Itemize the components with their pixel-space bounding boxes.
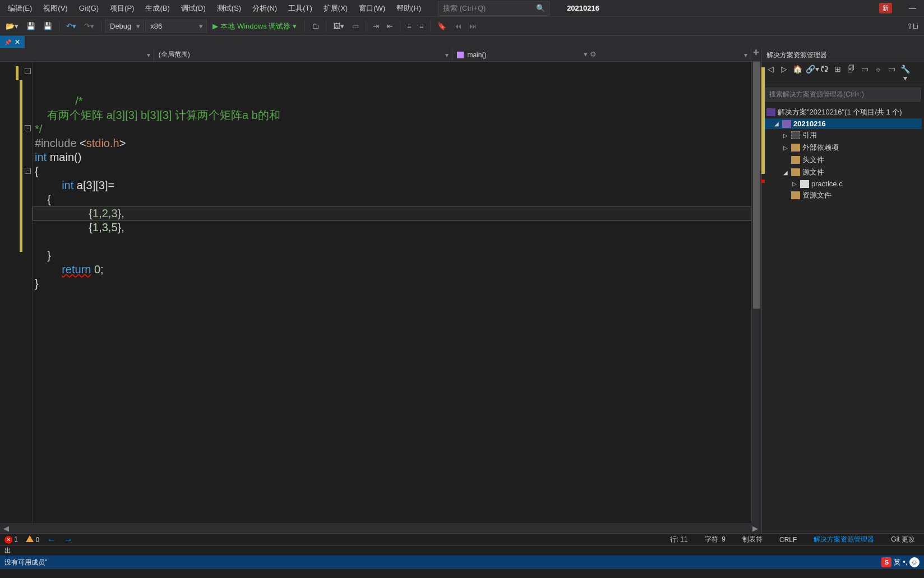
solution-node[interactable]: 解决方案"20210216"(1 个项目/共 1 个) bbox=[764, 106, 922, 118]
solution-search-input[interactable]: 搜索解决方案资源管理器(Ctrl+;) bbox=[765, 88, 921, 102]
nav-scope-combo[interactable]: (全局范围) bbox=[154, 48, 453, 61]
external-deps-node[interactable]: ▷ 外部依赖项 bbox=[764, 141, 922, 154]
nav-forward-button[interactable]: → bbox=[64, 535, 73, 545]
main-toolbar: 📂▾ 💾 💾 ↶▾ ↷▾ Debug x86 ▶ 本地 Windows 调试器 … bbox=[0, 17, 924, 36]
project-node[interactable]: ◢ 20210216 bbox=[764, 118, 922, 129]
lineending-indicator[interactable]: CRLF bbox=[775, 536, 801, 544]
status-message: 没有可用成员" bbox=[4, 558, 47, 567]
solution-tree: 解决方案"20210216"(1 个项目/共 1 个) ◢ 20210216 ▷… bbox=[762, 104, 924, 204]
menu-tools[interactable]: 工具(T) bbox=[283, 1, 318, 16]
close-tab-icon[interactable]: ✕ bbox=[15, 38, 20, 46]
menu-analyze[interactable]: 分析(N) bbox=[247, 1, 283, 16]
outdent-button[interactable]: ⇤ bbox=[384, 20, 396, 33]
fold-toggle[interactable]: − bbox=[25, 168, 31, 174]
properties-icon[interactable]: ⟐ bbox=[873, 65, 883, 82]
expand-icon[interactable]: ▷ bbox=[791, 181, 798, 187]
solution-explorer-tab[interactable]: 解决方案资源管理器 bbox=[809, 535, 879, 544]
ime-sogou-icon: S bbox=[881, 557, 891, 567]
undo-button[interactable]: ↶▾ bbox=[63, 20, 80, 33]
tool-btn-2[interactable]: 🖼▾ bbox=[330, 20, 348, 33]
error-count[interactable]: ✕ 1 bbox=[4, 535, 18, 544]
indent-button[interactable]: ⇥ bbox=[369, 20, 382, 33]
expand-icon[interactable]: ◢ bbox=[773, 121, 780, 127]
minimize-icon[interactable]: — bbox=[909, 4, 916, 12]
refresh-icon[interactable]: 🗘 bbox=[819, 65, 829, 82]
open-file-button[interactable]: 📂▾ bbox=[2, 20, 22, 33]
char-indicator[interactable]: 字符: 9 bbox=[700, 535, 730, 544]
expand-icon[interactable]: ▷ bbox=[782, 145, 789, 151]
pin-icon[interactable]: 📌 bbox=[4, 39, 11, 45]
menu-window[interactable]: 窗口(W) bbox=[353, 1, 391, 16]
filter-icon[interactable]: ⊞ bbox=[833, 65, 843, 82]
start-debug-button[interactable]: ▶ 本地 Windows 调试器 ▾ bbox=[208, 20, 301, 33]
references-node[interactable]: ▷ 引用 bbox=[764, 129, 922, 141]
back-icon[interactable]: ◁ bbox=[765, 65, 775, 82]
bookmark-button[interactable]: 🔖 bbox=[434, 20, 450, 33]
folder-icon bbox=[791, 144, 800, 152]
comment-button[interactable]: ≡ bbox=[404, 20, 415, 33]
redo-button[interactable]: ↷▾ bbox=[81, 20, 98, 33]
change-marker bbox=[761, 67, 765, 174]
nav-back-button[interactable]: ← bbox=[47, 535, 56, 545]
menu-project[interactable]: 项目(P) bbox=[104, 1, 140, 16]
search-icon: 🔍 bbox=[536, 4, 545, 12]
file-tab-active[interactable]: 📌 ✕ bbox=[0, 36, 25, 48]
fold-toggle[interactable]: − bbox=[25, 68, 31, 74]
menu-build[interactable]: 生成(B) bbox=[140, 1, 175, 16]
split-editor-button[interactable]: ✚ bbox=[751, 48, 761, 61]
live-share-button[interactable]: ⇪ Li bbox=[903, 20, 922, 33]
wrench-icon[interactable]: 🔧▾ bbox=[900, 65, 910, 82]
warning-count[interactable]: 0 bbox=[26, 535, 39, 544]
editor-area: ▾ ⚙ (全局范围) main() ✚ − − − /* 有两个矩阵 a[3][ bbox=[0, 48, 761, 533]
menu-help[interactable]: 帮助(H) bbox=[391, 1, 427, 16]
scroll-left-icon[interactable]: ◀ bbox=[0, 524, 12, 533]
menu-edit[interactable]: 编辑(E) bbox=[2, 1, 38, 16]
nav-member-combo[interactable]: main() bbox=[452, 48, 751, 61]
solution-icon bbox=[766, 108, 775, 116]
git-changes-tab[interactable]: Git 更改 bbox=[886, 535, 920, 544]
expand-icon[interactable]: ◢ bbox=[782, 169, 789, 176]
expand-icon[interactable]: ▷ bbox=[782, 132, 789, 139]
home-icon[interactable]: 🏠 bbox=[792, 65, 802, 82]
forward-icon[interactable]: ▷ bbox=[779, 65, 789, 82]
fold-toggle[interactable]: − bbox=[25, 125, 31, 131]
navigation-bar: (全局范围) main() ✚ bbox=[0, 48, 761, 62]
separator bbox=[304, 21, 305, 32]
header-files-node[interactable]: ▷ 头文件 bbox=[764, 154, 922, 166]
scrollbar-thumb[interactable] bbox=[753, 62, 760, 309]
source-file-item[interactable]: ▷ practice.c bbox=[764, 178, 922, 189]
next-bookmark-button[interactable]: ⏭ bbox=[466, 20, 480, 33]
horizontal-scrollbar[interactable] bbox=[13, 524, 748, 532]
menu-test[interactable]: 测试(S) bbox=[211, 1, 247, 16]
menu-debug[interactable]: 调试(D) bbox=[175, 1, 211, 16]
code-editor[interactable]: /* 有两个矩阵 a[3][3] b[3][3] 计算两个矩阵a b的和 */ … bbox=[33, 62, 751, 523]
save-button[interactable]: 💾 bbox=[23, 20, 39, 33]
save-all-button[interactable]: 💾 bbox=[40, 20, 56, 33]
line-indicator[interactable]: 行: 11 bbox=[666, 535, 692, 544]
menu-extensions[interactable]: 扩展(X) bbox=[318, 1, 353, 16]
prev-bookmark-button[interactable]: ⏮ bbox=[451, 20, 465, 33]
source-files-node[interactable]: ◢ 源文件 bbox=[764, 166, 922, 178]
tool-btn-3[interactable]: ▭ bbox=[349, 20, 362, 33]
separator bbox=[430, 21, 431, 32]
global-search-input[interactable]: 搜索 (Ctrl+Q) 🔍 bbox=[438, 1, 550, 16]
indent-indicator[interactable]: 制表符 bbox=[738, 535, 767, 544]
preview-icon[interactable]: ▭ bbox=[886, 65, 897, 82]
collapse-icon[interactable]: ▭ bbox=[860, 65, 870, 82]
ime-indicator[interactable]: S 英 •, ☺ bbox=[881, 557, 920, 567]
output-panel-header[interactable]: 出 bbox=[0, 545, 924, 556]
resource-files-node[interactable]: ▷ 资源文件 bbox=[764, 189, 922, 201]
new-badge[interactable]: 新 bbox=[879, 3, 892, 13]
menu-git[interactable]: Git(G) bbox=[73, 2, 104, 15]
tool-btn-1[interactable]: 🗀 bbox=[308, 20, 322, 33]
vertical-scrollbar[interactable] bbox=[751, 62, 761, 523]
uncomment-button[interactable]: ≡ bbox=[416, 20, 427, 33]
scroll-right-icon[interactable]: ▶ bbox=[749, 524, 761, 533]
nav-project-combo[interactable] bbox=[0, 48, 154, 61]
platform-combo[interactable]: x86 bbox=[145, 20, 207, 33]
configuration-combo[interactable]: Debug bbox=[105, 20, 144, 33]
solution-explorer-title: 解决方案资源管理器 bbox=[762, 48, 924, 62]
menu-view[interactable]: 视图(V) bbox=[38, 1, 73, 16]
sync-icon[interactable]: 🔗▾ bbox=[806, 65, 816, 82]
show-all-icon[interactable]: 🗐 bbox=[846, 65, 856, 82]
